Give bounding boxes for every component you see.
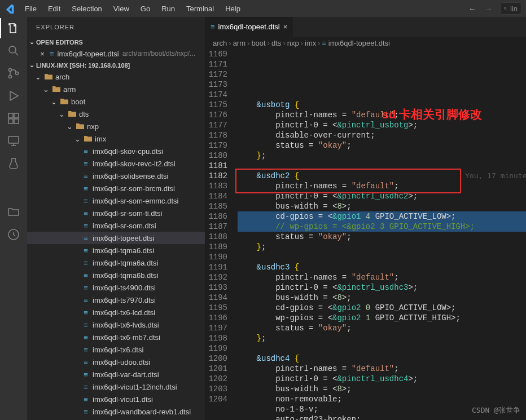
code-line[interactable]: status = "okay"; xyxy=(238,232,526,242)
code-line[interactable]: // wp-gpios = <&gpio2 3 GPIO_ACTIVE_HIGH… xyxy=(238,222,526,232)
tree-file[interactable]: ≡imx6qdl-tqma6a.dtsi xyxy=(27,257,205,269)
code-line[interactable]: wp-gpios = <&gpio2 1 GPIO_ACTIVE_HIGH>; xyxy=(238,313,526,323)
menu-view[interactable]: View xyxy=(109,2,134,15)
menu-terminal[interactable]: Terminal xyxy=(182,2,218,15)
title-nav: ← → xyxy=(468,5,498,13)
tree-file[interactable]: ≡imx6qdl-sr-som-ti.dtsi xyxy=(27,207,205,219)
chevron-down-icon: ⌄ xyxy=(42,85,50,94)
workspace-header[interactable]: ⌄ LINUX-IMX [SSH: 192.168.0.108] xyxy=(27,60,205,70)
tree-file[interactable]: ≡imx6qdl-sr-som-emmc.dtsi xyxy=(27,194,205,207)
line-number: 1201 xyxy=(205,364,227,374)
code-line[interactable]: cd-gpios = <&gpio2 0 GPIO_ACTIVE_LOW>; xyxy=(238,303,526,313)
tree-file[interactable]: ≡imx6qdl-sr-som-brcm.dtsi xyxy=(27,182,205,194)
search-icon[interactable] xyxy=(7,44,20,58)
code-line[interactable]: bus-width = <8>; xyxy=(238,384,526,394)
code-line[interactable] xyxy=(238,343,526,353)
tree-file[interactable]: ≡imx6qdl-solidsense.dtsi xyxy=(27,170,205,182)
tree-file[interactable]: ≡imx6qdl-ts7970.dtsi xyxy=(27,294,205,306)
tree-file[interactable]: ≡imx6qdl-tqma6b.dtsi xyxy=(27,269,205,281)
close-icon[interactable]: × xyxy=(283,23,288,31)
tree-file[interactable]: ≡imx6qdl-sr-som.dtsi xyxy=(27,219,205,232)
file-icon: ≡ xyxy=(81,358,90,366)
tree-folder-imx[interactable]: ⌄imx xyxy=(27,132,205,145)
nav-back-icon[interactable]: ← xyxy=(468,5,476,13)
tree-file[interactable]: ≡imx6qdl-vicut1-12inch.dtsi xyxy=(27,381,205,393)
run-debug-icon[interactable] xyxy=(7,89,20,103)
tree-file[interactable]: ≡imx6qdl-topeet.dtsi xyxy=(27,232,205,244)
editor-tab[interactable]: ≡ imx6qdl-topeet.dtsi × xyxy=(205,17,293,37)
code-line[interactable] xyxy=(238,252,526,262)
remote-explorer-icon[interactable] xyxy=(7,134,20,148)
code-line[interactable]: }; xyxy=(238,333,526,343)
code-editor[interactable]: 1169117111721173117411751176117711781179… xyxy=(205,49,526,420)
code-line[interactable]: status = "okay"; xyxy=(238,140,526,151)
explorer-icon[interactable] xyxy=(7,21,20,35)
code-line[interactable]: disable-over-current; xyxy=(238,130,526,140)
menu-help[interactable]: Help xyxy=(221,2,245,15)
tree-folder-boot[interactable]: ⌄boot xyxy=(27,95,205,108)
code-line[interactable] xyxy=(238,161,526,171)
tree-file[interactable]: ≡imx6qdl-tx6-mb7.dtsi xyxy=(27,331,205,343)
code-line[interactable]: pinctrl-names = "default"; xyxy=(238,272,526,282)
code-line[interactable]: status = "okay"; xyxy=(238,323,526,333)
tree-file[interactable]: ≡imx6qdl-tx6-lcd.dtsi xyxy=(27,306,205,319)
tree-file[interactable]: ≡imx6qdl-tqma6.dtsi xyxy=(27,244,205,257)
breadcrumb-item[interactable]: arm xyxy=(233,39,246,47)
menu-edit[interactable]: Edit xyxy=(43,2,65,15)
testing-icon[interactable] xyxy=(7,157,20,170)
code-lines[interactable]: sd 卡相关引脚修改 You, 17 minutes &usbotg { pin… xyxy=(238,49,526,420)
menu-file[interactable]: File xyxy=(20,2,41,15)
command-center-search[interactable]: lin xyxy=(500,2,521,15)
tree-file[interactable]: ≡imx6qdl-wandboard-revb1.dtsi xyxy=(27,405,205,418)
code-line[interactable]: pinctrl-0 = <&pinctrl_usdhc3>; xyxy=(238,282,526,293)
code-line[interactable]: }; xyxy=(238,151,526,161)
breadcrumb-item[interactable]: ≡ imx6qdl-topeet.dtsi xyxy=(322,39,390,47)
source-control-icon[interactable] xyxy=(7,67,20,80)
breadcrumb-item[interactable]: boot xyxy=(251,39,265,47)
timeline-icon[interactable] xyxy=(7,228,20,241)
tree-file[interactable]: ≡imx6qdl-tx6-lvds.dtsi xyxy=(27,319,205,331)
breadcrumb-item[interactable]: arch xyxy=(213,39,227,47)
menu-selection[interactable]: Selection xyxy=(67,2,106,15)
code-line[interactable]: cd-gpios = <&gpio1 4 GPIO_ACTIVE_LOW>; xyxy=(238,211,526,222)
chevron-down-icon: ⌄ xyxy=(73,135,81,143)
code-line[interactable]: pinctrl-0 = <&pinctrl_usbotg>; xyxy=(238,120,526,130)
code-line[interactable]: non-removable; xyxy=(238,394,526,404)
code-line[interactable]: }; xyxy=(238,242,526,252)
code-line[interactable]: pinctrl-0 = <&pinctrl_usdhc4>; xyxy=(238,374,526,384)
code-line[interactable]: pinctrl-names = "default"; xyxy=(238,364,526,374)
breadcrumb-item[interactable]: imx xyxy=(305,39,316,47)
tree-file[interactable]: ≡imx6qdl-ts4900.dtsi xyxy=(27,281,205,294)
menu-run[interactable]: Run xyxy=(157,2,179,15)
tree-file[interactable]: ≡imx6qdl-skov-cpu.dtsi xyxy=(27,145,205,157)
tree-folder-dts[interactable]: ⌄dts xyxy=(27,108,205,120)
menu-go[interactable]: Go xyxy=(136,2,155,15)
code-line[interactable]: pinctrl-names = "default"; xyxy=(238,181,526,191)
code-line[interactable]: pinctrl-0 = <&pinctrl_usdhc2>; xyxy=(238,191,526,201)
nav-forward-icon[interactable]: → xyxy=(485,5,492,13)
code-line[interactable]: bus-width = <8>; xyxy=(238,293,526,303)
tree-file[interactable]: ≡imx6qdl-skov-revc-lt2.dtsi xyxy=(27,157,205,170)
extensions-icon[interactable] xyxy=(7,112,20,125)
line-number: 1169 xyxy=(205,49,227,59)
tree-file[interactable]: ≡imx6qdl-udoo.dtsi xyxy=(27,356,205,368)
tree-file[interactable]: ≡imx6qdl-vicut1.dtsi xyxy=(27,393,205,405)
code-line[interactable]: &usdhc4 { xyxy=(238,353,526,364)
breadcrumb[interactable]: arch›arm›boot›dts›nxp›imx›≡ imx6qdl-tope… xyxy=(205,37,526,49)
close-icon[interactable]: × xyxy=(38,50,46,58)
tree-folder-arch[interactable]: ⌄arch xyxy=(27,70,205,83)
folder-open-icon[interactable] xyxy=(7,205,20,219)
open-editor-item[interactable]: × ≡ imx6qdl-topeet.dtsi arch/arm/boot/dt… xyxy=(27,47,205,60)
line-number: 1196 xyxy=(205,313,227,323)
breadcrumb-item[interactable]: nxp xyxy=(287,39,299,47)
tree-folder-nxp[interactable]: ⌄nxp xyxy=(27,120,205,132)
tree-folder-arm[interactable]: ⌄arm xyxy=(27,83,205,95)
code-line[interactable]: &usdhc3 { xyxy=(238,262,526,272)
code-line[interactable]: bus-width = <8>; xyxy=(238,201,526,211)
tree-file[interactable]: ≡imx6qdl-tx6.dtsi xyxy=(27,343,205,356)
tree-file[interactable]: ≡imx6qdl-var-dart.dtsi xyxy=(27,368,205,381)
open-editors-header[interactable]: ⌄ OPEN EDITORS xyxy=(27,37,205,47)
svg-rect-9 xyxy=(8,119,13,123)
breadcrumb-item[interactable]: dts xyxy=(271,39,281,47)
file-icon: ≡ xyxy=(81,197,90,205)
